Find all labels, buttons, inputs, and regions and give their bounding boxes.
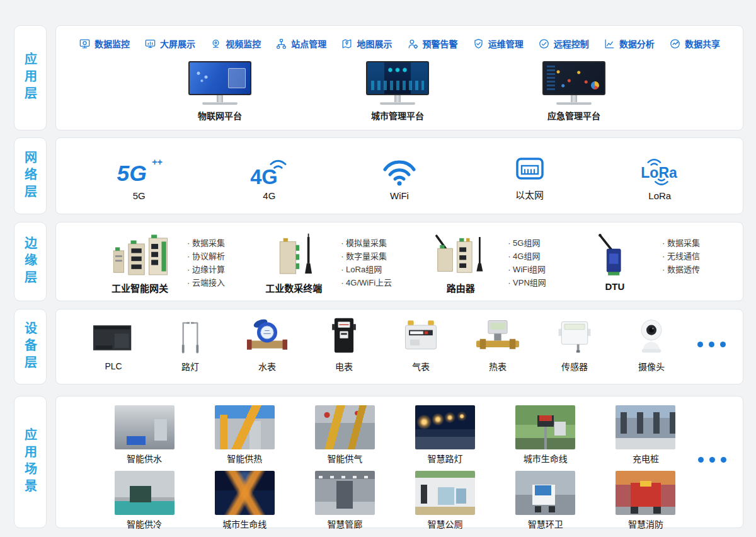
edge-device-features: 5G组网 4G组网 WiFi组网 VPN组网: [508, 231, 546, 294]
monitor-stand: [217, 95, 223, 102]
feature-data-monitoring: 数据监控: [79, 37, 130, 50]
edge-group-data-terminal: 工业数采终端 模拟量采集 数字量采集 LoRa组网 4G/WiFi上云: [253, 231, 392, 294]
edge-group-dtu: DTU 数据采集 无线通信 数据透传: [574, 231, 700, 292]
data-terminal-image: [256, 231, 331, 280]
scene-label: 智慧消防: [614, 517, 677, 530]
smart-toilet-photo: [415, 471, 475, 515]
edge-feature: 4G组网: [508, 250, 546, 263]
edge-feature: 数据采集: [662, 236, 700, 250]
scene-smart-cooling: 智能供冷: [113, 471, 176, 530]
edge-device-name: 路由器: [420, 281, 501, 294]
feature-map-display: 地图展示: [341, 37, 392, 50]
edge-feature: 数据透传: [662, 263, 700, 276]
camera-image: [627, 316, 676, 357]
industrial-gateway-image: [102, 231, 178, 280]
platform-iot: 物联网平台: [188, 61, 251, 122]
feature-label: 数据共享: [685, 37, 720, 50]
smart-gas-supply-photo: [315, 405, 375, 449]
device-label: 摄像头: [613, 360, 690, 372]
device-sensor: 传感器: [536, 316, 613, 372]
scenario-row-2: 智能供冷 城市生命线 智慧管廊 智慧公厕 智慧环卫 智慧消防: [56, 465, 743, 530]
device-label: 电表: [306, 360, 382, 372]
scenario-layer-panel: 智能供水 智能供热 智能供气 智慧路灯 城市生命线 充电桩: [55, 396, 743, 528]
layer-label-text: 应用场景: [21, 428, 40, 496]
network-4g: 4G 4G: [222, 156, 316, 201]
network-label: 4G: [222, 190, 316, 201]
svg-text:++: ++: [152, 157, 163, 167]
feature-data-analysis: 数据分析: [604, 37, 655, 50]
device-label: PLC: [75, 361, 152, 371]
remote-control-icon: [538, 38, 550, 50]
smart-pipe-gallery-photo: [315, 471, 375, 515]
iot-architecture-diagram: 应用层 网络层 边缘层 设备层 应用场景 数据监控 大屏展示 视频监控: [0, 0, 756, 537]
city-lifeline-photo: [515, 405, 575, 449]
more-scenes-ellipsis-icon: [698, 457, 726, 463]
scene-smart-streetlight: 智慧路灯: [414, 405, 477, 465]
network-layer-panel: 5G ++ 5G 4G 4G Wi: [55, 137, 743, 214]
layer-label-text: 网络层: [21, 151, 40, 202]
device-label: 热表: [459, 360, 536, 372]
video-monitoring-icon: [210, 38, 222, 50]
device-electric-meter: 电表: [306, 316, 382, 372]
router-image: [423, 231, 498, 280]
more-devices-ellipsis-icon: [697, 342, 726, 347]
edge-device-features: 模拟量采集 数字量采集 LoRa组网 4G/WiFi上云: [341, 231, 392, 294]
5g-icon: 5G ++: [111, 156, 168, 187]
feature-remote-control: 远程控制: [538, 37, 589, 50]
device-street-lamp: 路灯: [152, 316, 229, 372]
monitor-stand: [394, 95, 401, 102]
edge-group-industrial-gateway: 工业智能网关 数据采集 协议解析 边缘计算 云端接入: [99, 231, 225, 294]
scene-smart-water-supply: 智能供水: [113, 405, 176, 465]
scene-label: 智慧管廊: [313, 517, 376, 530]
network-5g: 5G ++ 5G: [92, 156, 186, 201]
scene-label: 智慧公厕: [414, 517, 477, 530]
smart-fire-protection-photo: [616, 471, 675, 515]
layer-label-application: 应用层: [14, 25, 47, 130]
monitor-stand: [571, 95, 577, 102]
feature-label: 预警告警: [423, 37, 458, 50]
layer-label-text: 设备层: [21, 321, 40, 372]
monitor-base: [556, 102, 592, 105]
site-management-icon: [275, 38, 287, 50]
dtu-image: [577, 231, 653, 280]
city-management-screen: [366, 61, 429, 95]
smart-sanitation-photo: [515, 471, 575, 515]
layer-label-text: 应用层: [21, 52, 40, 103]
edge-feature: 协议解析: [187, 250, 225, 263]
device-water-meter: 水表: [229, 316, 306, 372]
iot-platform-screen: [188, 61, 251, 95]
smart-water-supply-photo: [115, 405, 175, 449]
feature-video-monitoring: 视频监控: [210, 37, 261, 50]
feature-label: 数据监控: [94, 37, 130, 50]
data-sharing-icon: [669, 38, 681, 50]
network-ethernet: 以太网: [483, 153, 577, 201]
big-screen-display-icon: [144, 38, 156, 50]
monitor-base: [380, 102, 415, 105]
edge-device-name: 工业智能网关: [99, 281, 181, 294]
application-layer-panel: 数据监控 大屏展示 视频监控 站点管理 地图展示 预警告警: [55, 25, 743, 130]
network-lora: LoRa LoRa: [612, 156, 707, 201]
layer-label-device: 设备层: [14, 309, 47, 384]
platform-label: 应急管理平台: [542, 109, 605, 122]
device-label: 气表: [382, 360, 459, 372]
feature-label: 视频监控: [226, 37, 261, 50]
edge-device-features: 数据采集 无线通信 数据透传: [662, 231, 700, 292]
feature-label: 运维管理: [488, 37, 524, 50]
edge-device-features: 数据采集 协议解析 边缘计算 云端接入: [187, 231, 225, 294]
feature-label: 站点管理: [291, 37, 326, 50]
device-camera: 摄像头: [613, 316, 690, 372]
edge-feature: 模拟量采集: [341, 236, 392, 250]
device-plc: PLC: [75, 317, 152, 371]
scenario-row-1: 智能供水 智能供热 智能供气 智慧路灯 城市生命线 充电桩: [56, 396, 743, 465]
wifi-icon: [381, 156, 418, 187]
edge-feature: LoRa组网: [341, 263, 392, 276]
scene-label: 智慧环卫: [514, 517, 577, 530]
scene-label: 充电桩: [614, 452, 677, 465]
scene-label: 城市生命线: [213, 517, 276, 530]
city-lifeline-night-photo: [215, 471, 275, 515]
scene-label: 智能供冷: [113, 517, 176, 530]
alert-warning-icon: [407, 38, 419, 50]
device-heat-meter: 热表: [459, 316, 536, 372]
edge-feature: 云端接入: [187, 276, 225, 289]
platform-emergency-management: 应急管理平台: [542, 61, 605, 122]
